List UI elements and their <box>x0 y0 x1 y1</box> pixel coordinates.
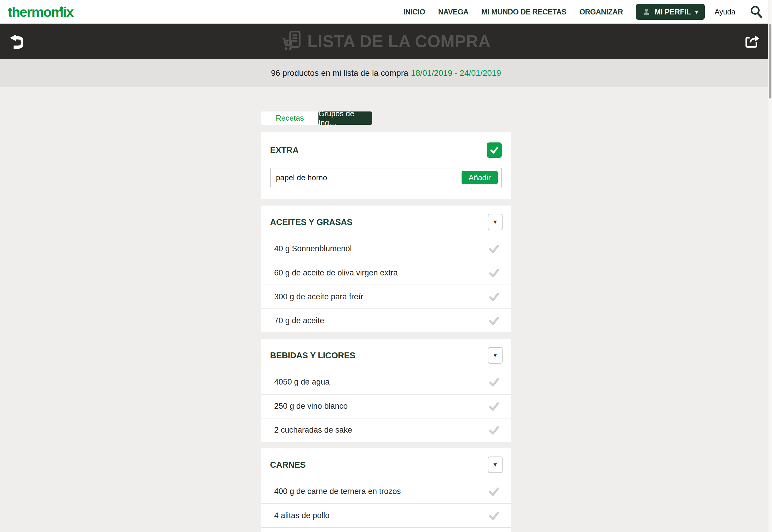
group-title: CARNES <box>270 460 306 470</box>
profile-button[interactable]: MI PERFIL ▾ <box>636 4 705 20</box>
extra-section-card: EXTRA Añadir <box>261 132 511 199</box>
item-label: 250 g de vino blanco <box>274 402 347 411</box>
view-tabs: Recetas Grupos de Ing… <box>261 111 511 125</box>
item-check-icon[interactable] <box>489 291 500 303</box>
item-label: 70 g de aceite <box>274 316 324 325</box>
nav-link-navega[interactable]: NAVEGA <box>438 8 469 16</box>
list-item: 1 carcasa de pollo <box>261 527 511 532</box>
list-item: 250 g de vino blanco <box>261 394 511 418</box>
group-title: BEBIDAS Y LICORES <box>270 351 355 360</box>
search-icon[interactable] <box>750 5 763 19</box>
scrollbar-thumb[interactable] <box>769 24 771 98</box>
chevron-down-icon: ▼ <box>493 462 498 468</box>
extra-section-title: EXTRA <box>270 145 299 155</box>
item-label: 40 g Sonnenblumenöl <box>274 244 352 253</box>
item-label: 4 alitas de pollo <box>274 511 329 520</box>
item-check-icon[interactable] <box>489 425 500 436</box>
group-title: ACEITES Y GRASAS <box>270 217 352 227</box>
item-label: 400 g de carne de ternera en trozos <box>274 487 401 496</box>
summary-date-range[interactable]: 18/01/2019 - 24/01/2019 <box>411 68 501 78</box>
item-check-icon[interactable] <box>489 401 500 412</box>
chevron-down-icon: ▾ <box>695 8 698 15</box>
collapse-group-button[interactable]: ▼ <box>488 214 503 230</box>
main-content: Recetas Grupos de Ing… EXTRA Añadir ACEI… <box>0 87 772 532</box>
page-title: LISTA DE LA COMPRA <box>307 32 491 51</box>
summary-bar: 96 productos en mi lista de la compra 18… <box>0 59 772 87</box>
thermomix-logo[interactable]: thermomix <box>8 5 73 19</box>
logo-star-icon <box>58 1 65 15</box>
page-title-group: LISTA DE LA COMPRA <box>281 30 491 52</box>
list-item: 400 g de carne de ternera en trozos <box>261 480 511 503</box>
item-label: 4050 g de agua <box>274 377 329 387</box>
item-label: 60 g de aceite de oliva virgen extra <box>274 268 398 278</box>
item-check-icon[interactable] <box>489 267 500 279</box>
item-label: 2 cucharadas de sake <box>274 426 352 435</box>
shopping-list-icon <box>281 30 301 52</box>
collapse-group-button[interactable]: ▼ <box>488 347 503 364</box>
extra-confirm-button[interactable] <box>487 142 502 158</box>
list-item: 2 cucharadas de sake <box>261 418 511 442</box>
top-navbar: thermomix INICIO NAVEGA MI MUNDO DE RECE… <box>0 0 772 24</box>
item-check-icon[interactable] <box>489 243 500 254</box>
share-icon[interactable] <box>745 34 760 48</box>
list-item: 60 g de aceite de oliva virgen extra <box>261 261 511 285</box>
tab-recetas[interactable]: Recetas <box>261 111 318 125</box>
user-icon <box>643 8 650 16</box>
chevron-down-icon: ▼ <box>493 352 498 359</box>
nav-link-mi-mundo-de-recetas[interactable]: MI MUNDO DE RECETAS <box>481 8 566 16</box>
nav-links: INICIO NAVEGA MI MUNDO DE RECETAS ORGANI… <box>404 4 763 20</box>
back-icon[interactable] <box>9 34 23 49</box>
group-card-carnes: CARNES ▼ 400 g de carne de ternera en tr… <box>261 448 511 532</box>
list-item: 300 g de aceite para freír <box>261 285 511 308</box>
check-icon <box>490 146 499 155</box>
nav-link-inicio[interactable]: INICIO <box>404 8 425 16</box>
chevron-down-icon: ▼ <box>493 219 498 225</box>
collapse-group-button[interactable]: ▼ <box>488 457 503 473</box>
list-item: 70 g de aceite <box>261 308 511 332</box>
tab-grupos-de-ingredientes[interactable]: Grupos de Ing… <box>318 111 372 125</box>
nav-link-organizar[interactable]: ORGANIZAR <box>579 8 623 16</box>
page-header-bar: LISTA DE LA COMPRA <box>0 24 772 59</box>
profile-button-label: MI PERFIL <box>655 8 691 16</box>
item-check-icon[interactable] <box>489 315 500 326</box>
group-card-bebidas-y-licores: BEBIDAS Y LICORES ▼ 4050 g de agua 250 g… <box>261 339 511 442</box>
item-label: 300 g de aceite para freír <box>274 292 363 301</box>
list-item: 4 alitas de pollo <box>261 503 511 527</box>
item-check-icon[interactable] <box>489 377 500 388</box>
list-item: 40 g Sonnenblumenöl <box>261 237 511 261</box>
group-card-aceites-y-grasas: ACEITES Y GRASAS ▼ 40 g Sonnenblumenöl 6… <box>261 206 511 332</box>
list-item: 4050 g de agua <box>261 370 511 394</box>
item-check-icon[interactable] <box>489 510 500 521</box>
scrollbar-track[interactable] <box>768 0 772 532</box>
summary-text: 96 productos en mi lista de la compra <box>271 68 408 78</box>
help-link[interactable]: Ayuda <box>715 8 735 16</box>
add-ingredient-button[interactable]: Añadir <box>462 171 498 184</box>
item-check-icon[interactable] <box>489 486 500 497</box>
